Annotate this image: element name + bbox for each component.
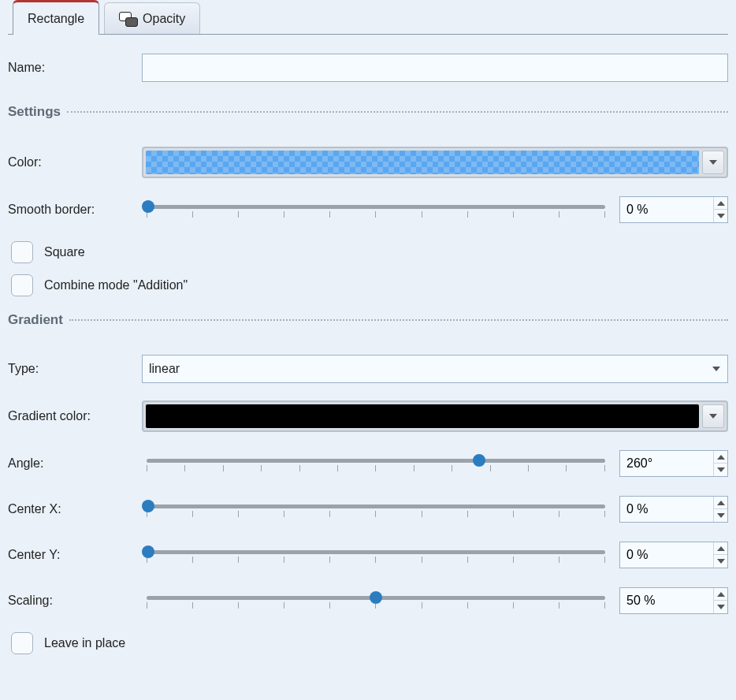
spin-up-button[interactable] bbox=[714, 451, 727, 464]
smooth-border-spinbox[interactable] bbox=[619, 196, 728, 223]
triangle-up-icon bbox=[717, 455, 725, 460]
color-swatch bbox=[146, 151, 699, 174]
center-x-value[interactable] bbox=[620, 497, 713, 522]
gradient-color-picker[interactable] bbox=[142, 400, 728, 432]
leave-in-place-row: Leave in place bbox=[11, 632, 728, 654]
triangle-down-icon bbox=[717, 605, 725, 609]
gradient-color-label: Gradient color: bbox=[8, 409, 142, 423]
leave-in-place-label: Leave in place bbox=[44, 636, 125, 650]
rectangle-properties-panel: Rectangle Opacity Name: Settings Color: bbox=[0, 0, 736, 670]
tab-rectangle[interactable]: Rectangle bbox=[13, 0, 99, 35]
spin-up-button[interactable] bbox=[714, 197, 727, 210]
smooth-border-label: Smooth border: bbox=[8, 203, 142, 217]
triangle-up-icon bbox=[717, 201, 725, 206]
triangle-down-icon bbox=[717, 467, 725, 472]
spin-up-button[interactable] bbox=[714, 542, 727, 555]
scaling-spinbox[interactable] bbox=[619, 587, 728, 614]
slider-thumb[interactable] bbox=[473, 454, 485, 467]
slider-thumb[interactable] bbox=[142, 545, 154, 558]
smooth-border-value[interactable] bbox=[620, 197, 713, 222]
triangle-down-icon bbox=[717, 214, 725, 218]
scaling-label: Scaling: bbox=[8, 594, 142, 608]
center-x-slider[interactable] bbox=[142, 495, 610, 523]
scaling-value[interactable] bbox=[620, 588, 713, 613]
tab-strip: Rectangle Opacity bbox=[8, 0, 728, 35]
tab-rectangle-label: Rectangle bbox=[28, 12, 84, 26]
spin-down-button[interactable] bbox=[714, 210, 727, 222]
type-label: Type: bbox=[8, 362, 142, 376]
slider-thumb[interactable] bbox=[142, 500, 154, 512]
square-label: Square bbox=[44, 245, 85, 259]
spin-up-button[interactable] bbox=[714, 588, 727, 601]
section-gradient-title: Gradient bbox=[8, 312, 63, 328]
slider-thumb[interactable] bbox=[142, 200, 154, 213]
gradient-color-dropdown-button[interactable] bbox=[702, 404, 724, 428]
divider bbox=[67, 111, 728, 113]
triangle-down-icon bbox=[717, 513, 725, 518]
spin-down-button[interactable] bbox=[714, 555, 727, 568]
divider bbox=[69, 319, 728, 321]
spin-up-button[interactable] bbox=[714, 497, 727, 509]
center-x-label: Center X: bbox=[8, 502, 142, 516]
triangle-down-icon bbox=[717, 559, 725, 564]
square-checkbox[interactable] bbox=[11, 241, 33, 263]
angle-value[interactable] bbox=[620, 451, 713, 476]
leave-in-place-checkbox[interactable] bbox=[11, 632, 33, 654]
tab-opacity[interactable]: Opacity bbox=[104, 2, 200, 34]
center-x-spinbox[interactable] bbox=[619, 496, 728, 523]
combine-mode-checkbox[interactable] bbox=[11, 274, 33, 296]
triangle-up-icon bbox=[717, 592, 725, 597]
combine-mode-label: Combine mode "Addition" bbox=[44, 278, 188, 292]
center-y-slider[interactable] bbox=[142, 541, 610, 569]
chevron-down-icon bbox=[709, 160, 717, 165]
spin-down-button[interactable] bbox=[714, 601, 727, 613]
center-y-value[interactable] bbox=[620, 542, 713, 568]
color-label: Color: bbox=[8, 155, 142, 169]
type-select[interactable] bbox=[142, 355, 728, 383]
section-settings: Settings bbox=[8, 104, 728, 120]
angle-label: Angle: bbox=[8, 456, 142, 471]
angle-spinbox[interactable] bbox=[619, 450, 728, 477]
opacity-icon bbox=[119, 12, 136, 26]
smooth-border-slider[interactable] bbox=[142, 195, 610, 224]
gradient-color-swatch bbox=[146, 404, 699, 428]
center-y-spinbox[interactable] bbox=[619, 542, 728, 568]
spin-down-button[interactable] bbox=[714, 509, 727, 522]
scaling-slider[interactable] bbox=[142, 586, 610, 615]
angle-slider[interactable] bbox=[142, 449, 610, 478]
triangle-up-icon bbox=[717, 546, 725, 551]
color-picker[interactable] bbox=[142, 147, 728, 178]
tab-opacity-label: Opacity bbox=[143, 12, 185, 26]
chevron-down-icon bbox=[709, 414, 717, 419]
triangle-up-icon bbox=[717, 501, 725, 505]
name-label: Name: bbox=[8, 61, 142, 75]
name-input[interactable] bbox=[142, 54, 728, 82]
square-checkbox-row: Square bbox=[11, 241, 728, 263]
color-dropdown-button[interactable] bbox=[702, 151, 724, 174]
spin-down-button[interactable] bbox=[714, 464, 727, 476]
section-settings-title: Settings bbox=[8, 104, 61, 120]
section-gradient: Gradient bbox=[8, 312, 728, 328]
combine-checkbox-row: Combine mode "Addition" bbox=[11, 274, 728, 296]
slider-thumb[interactable] bbox=[370, 591, 382, 604]
center-y-label: Center Y: bbox=[8, 548, 142, 562]
